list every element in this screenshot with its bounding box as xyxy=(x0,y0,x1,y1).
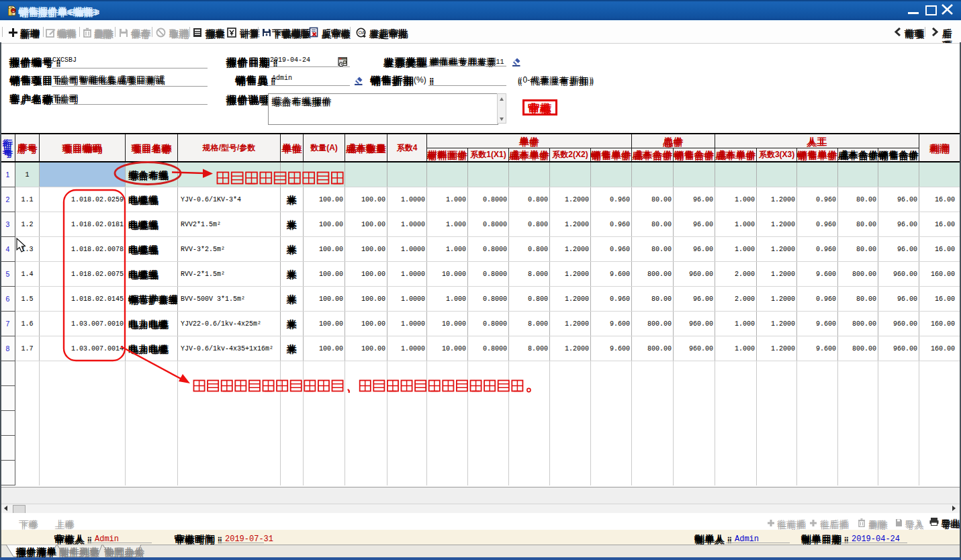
svg-text:OA: OA xyxy=(358,30,365,35)
